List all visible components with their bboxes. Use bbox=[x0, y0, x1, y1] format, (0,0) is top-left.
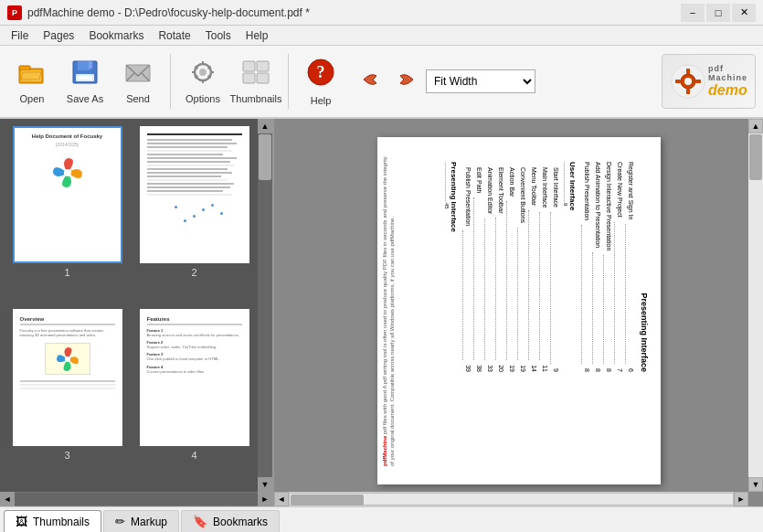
menu-file[interactable]: File bbox=[4, 27, 36, 44]
svg-marker-3 bbox=[21, 72, 41, 80]
menu-pages[interactable]: Pages bbox=[36, 27, 81, 44]
help-button[interactable]: ? Help bbox=[296, 49, 345, 113]
thumbnail-item-4[interactable]: Features Feature 1 Amazing zoom-in and z… bbox=[134, 309, 254, 484]
thumbnails-tab-label: Thumbnails bbox=[33, 516, 90, 528]
toc-entry-publish2: Publish Presentation 39 bbox=[462, 162, 472, 372]
tab-bar: 🖼 Thumbnails ✏ Markup 🔖 Bookmarks bbox=[0, 506, 763, 532]
tab-thumbnails[interactable]: 🖼 Thumbnails bbox=[4, 510, 101, 532]
toolbar-separator-1 bbox=[170, 54, 171, 109]
thumbnail-image-4: Features Feature 1 Amazing zoom-in and z… bbox=[140, 309, 249, 446]
save-as-icon bbox=[70, 59, 100, 90]
menu-bookmarks[interactable]: Bookmarks bbox=[81, 27, 151, 44]
thumb-scroll-up[interactable]: ▲ bbox=[258, 119, 272, 133]
toc-label: Add Animation to Presentation bbox=[592, 162, 601, 248]
toc-entry-register: Register and Sign In 6 bbox=[625, 162, 634, 372]
svg-rect-8 bbox=[78, 76, 92, 80]
svg-point-35 bbox=[64, 169, 71, 176]
tab-bookmarks[interactable]: 🔖 Bookmarks bbox=[181, 510, 280, 532]
toc-page: 9 bbox=[550, 368, 559, 372]
toc-entry-action: Action Bar 19 bbox=[506, 162, 515, 372]
maximize-button[interactable]: □ bbox=[706, 4, 730, 22]
svg-rect-22 bbox=[243, 61, 255, 71]
toc-page: 11 bbox=[539, 365, 548, 372]
toc-label: Design Interactive Presentation bbox=[603, 162, 612, 250]
thumb-hscroll-right[interactable]: ► bbox=[258, 492, 272, 506]
toc-entry-animation: Add Animation to Presentation 8 bbox=[592, 162, 601, 372]
svg-point-13 bbox=[199, 69, 207, 76]
menu-help[interactable]: Help bbox=[238, 27, 276, 44]
options-button[interactable]: Options bbox=[178, 49, 228, 113]
pdf-hscroll-thumb bbox=[291, 495, 364, 505]
toc-label: Start Interface bbox=[550, 167, 559, 207]
markup-tab-label: Markup bbox=[131, 516, 167, 528]
app-icon: P bbox=[7, 5, 22, 20]
close-button[interactable]: ✕ bbox=[732, 4, 756, 22]
logo-demo-text: demo bbox=[708, 82, 747, 99]
toc-page: 8 bbox=[592, 368, 601, 372]
svg-rect-24 bbox=[243, 73, 255, 83]
toc-page: 20 bbox=[495, 365, 504, 372]
toc-section-presenting-sub: ...........................45 bbox=[444, 162, 450, 372]
open-button[interactable]: Open bbox=[7, 49, 57, 113]
toc-page: 39 bbox=[462, 365, 472, 372]
window-controls: − □ ✕ bbox=[681, 4, 756, 22]
toc-heading: Presenting Interface bbox=[640, 162, 649, 372]
toc-label: Create New Project bbox=[614, 162, 623, 218]
pdf-scroll-right[interactable]: ► bbox=[734, 492, 748, 506]
options-label: Options bbox=[185, 93, 220, 104]
thumbnail-item-3[interactable]: Overview Focusky is a free presentation … bbox=[7, 309, 127, 484]
toc-label: Edit Path bbox=[473, 167, 482, 193]
thumb-scroll-down[interactable]: ▼ bbox=[258, 477, 272, 492]
nav-back-button[interactable] bbox=[356, 67, 386, 96]
toc-page: 14 bbox=[528, 365, 537, 372]
pdf-scroll-left[interactable]: ◄ bbox=[274, 492, 289, 506]
pdf-ad-text: pdfMachine pdf files with good A pdf wri… bbox=[381, 155, 436, 466]
thumbnails-button[interactable]: Thumbnails bbox=[231, 49, 281, 113]
svg-rect-1 bbox=[19, 66, 30, 70]
thumbnails-tab-icon: 🖼 bbox=[16, 515, 27, 528]
logo-icon bbox=[670, 63, 706, 100]
pdf-scroll-up[interactable]: ▲ bbox=[748, 119, 763, 133]
svg-rect-6 bbox=[89, 61, 92, 69]
menu-rotate[interactable]: Rotate bbox=[151, 27, 197, 44]
thumbnails-icon bbox=[241, 59, 270, 90]
thumbnail-item-1[interactable]: Help Document of Focusky (2014/2/25) bbox=[7, 126, 127, 302]
toc-page: 6 bbox=[625, 368, 634, 372]
markup-tab-icon: ✏ bbox=[115, 515, 125, 528]
help-label: Help bbox=[311, 95, 332, 106]
tab-markup[interactable]: ✏ Markup bbox=[103, 510, 179, 532]
zoom-select[interactable]: Fit Width Fit Page 50% 75% 100% 125% 150… bbox=[426, 69, 535, 93]
pdf-vscroll-track bbox=[748, 133, 763, 477]
thumbnail-vscroll[interactable]: ▲ ▼ bbox=[258, 119, 272, 492]
thumbnail-label-1: 1 bbox=[64, 267, 69, 278]
pdf-vscrollbar[interactable]: ▲ ▼ bbox=[748, 119, 763, 492]
thumbnail-item-2[interactable]: 2 bbox=[134, 126, 254, 302]
toc-entry-element: Element Toolbar 20 bbox=[495, 162, 504, 372]
toc-section-presenting: Presenting Interface bbox=[450, 162, 458, 372]
thumb-hscroll-left[interactable]: ◄ bbox=[0, 492, 15, 506]
pdf-hscroll-track bbox=[289, 493, 734, 505]
nav-forward-button[interactable] bbox=[391, 67, 420, 96]
logo-machine-text: Machine bbox=[708, 73, 747, 82]
options-icon bbox=[188, 59, 217, 90]
toc-label: Main Interface bbox=[539, 167, 548, 207]
pdf-hscrollbar[interactable]: ◄ ► bbox=[274, 492, 748, 506]
send-button[interactable]: Send bbox=[113, 49, 163, 113]
minimize-button[interactable]: − bbox=[681, 4, 705, 22]
pdf-viewer[interactable]: pdfMachine pdf files with good A pdf wri… bbox=[274, 119, 763, 506]
menu-tools[interactable]: Tools bbox=[198, 27, 238, 44]
pdf-scroll-down[interactable]: ▼ bbox=[748, 477, 763, 492]
send-label: Send bbox=[126, 93, 150, 104]
save-as-button[interactable]: Save As bbox=[60, 49, 110, 113]
svg-point-36 bbox=[65, 356, 70, 362]
open-label: Open bbox=[20, 93, 45, 104]
toc-page: 8 bbox=[581, 368, 590, 372]
toc-entry-editpath: Edit Path 38 bbox=[473, 162, 482, 372]
pdf-outer: pdfMachine pdf files with good A pdf wri… bbox=[274, 119, 763, 506]
thumbnail-scroll-area[interactable]: Help Document of Focusky (2014/2/25) bbox=[0, 119, 272, 492]
toc-entry-create: Create New Project 7 bbox=[614, 162, 623, 372]
toc-label: Action Bar bbox=[506, 167, 515, 197]
save-as-label: Save As bbox=[67, 93, 103, 104]
thumbnail-hscroll[interactable]: ◄ ► bbox=[0, 492, 272, 506]
svg-rect-34 bbox=[695, 80, 701, 83]
